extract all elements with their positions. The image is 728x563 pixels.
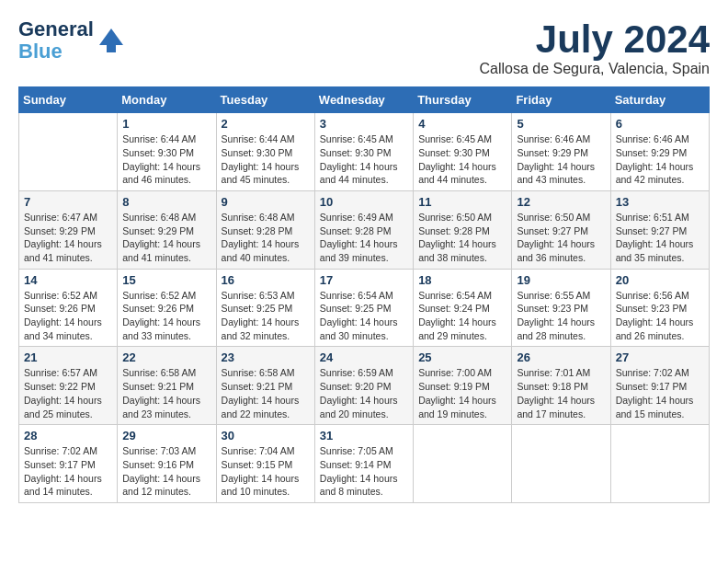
day-info: Sunrise: 6:54 AM Sunset: 9:25 PM Dayligh… — [320, 289, 408, 343]
day-number: 3 — [320, 117, 408, 131]
day-number: 15 — [122, 273, 210, 287]
calendar-cell: 6Sunrise: 6:46 AM Sunset: 9:29 PM Daylig… — [610, 113, 709, 191]
day-info: Sunrise: 6:48 AM Sunset: 9:29 PM Dayligh… — [122, 211, 210, 265]
day-number: 27 — [616, 350, 704, 364]
day-info: Sunrise: 6:44 AM Sunset: 9:30 PM Dayligh… — [122, 132, 210, 187]
day-number: 29 — [122, 429, 210, 442]
calendar-cell: 20Sunrise: 6:56 AM Sunset: 9:23 PM Dayli… — [610, 269, 709, 347]
day-info: Sunrise: 7:00 AM Sunset: 9:19 PM Dayligh… — [418, 366, 506, 420]
day-number: 1 — [122, 117, 210, 131]
day-number: 18 — [418, 273, 506, 287]
day-number: 19 — [517, 273, 605, 287]
day-number: 8 — [122, 195, 210, 209]
calendar-row: 7Sunrise: 6:47 AM Sunset: 9:29 PM Daylig… — [19, 190, 710, 269]
day-info: Sunrise: 6:51 AM Sunset: 9:27 PM Dayligh… — [616, 211, 704, 265]
calendar-row: 21Sunrise: 6:57 AM Sunset: 9:22 PM Dayli… — [19, 347, 710, 425]
calendar-cell: 16Sunrise: 6:53 AM Sunset: 9:25 PM Dayli… — [216, 269, 314, 347]
calendar-cell: 15Sunrise: 6:52 AM Sunset: 9:26 PM Dayli… — [118, 269, 216, 347]
day-info: Sunrise: 6:52 AM Sunset: 9:26 PM Dayligh… — [24, 289, 112, 343]
day-number: 9 — [222, 195, 310, 209]
day-info: Sunrise: 6:47 AM Sunset: 9:29 PM Dayligh… — [24, 211, 112, 265]
calendar-cell: 28Sunrise: 7:02 AM Sunset: 9:17 PM Dayli… — [19, 425, 118, 503]
weekday-header: SundayMondayTuesdayWednesdayThursdayFrid… — [19, 87, 710, 113]
day-info: Sunrise: 7:01 AM Sunset: 9:18 PM Dayligh… — [517, 366, 605, 420]
weekday-header-cell: Thursday — [414, 87, 512, 113]
calendar-cell: 13Sunrise: 6:51 AM Sunset: 9:27 PM Dayli… — [610, 190, 709, 269]
day-number: 5 — [517, 117, 605, 131]
calendar-cell: 4Sunrise: 6:45 AM Sunset: 9:30 PM Daylig… — [414, 113, 512, 191]
calendar-cell: 24Sunrise: 6:59 AM Sunset: 9:20 PM Dayli… — [314, 347, 413, 425]
day-number: 4 — [418, 117, 506, 131]
day-number: 10 — [320, 195, 408, 209]
calendar-cell: 18Sunrise: 6:54 AM Sunset: 9:24 PM Dayli… — [414, 269, 512, 347]
calendar-cell — [610, 425, 709, 503]
calendar-cell: 9Sunrise: 6:48 AM Sunset: 9:28 PM Daylig… — [216, 190, 314, 269]
weekday-header-cell: Friday — [512, 87, 610, 113]
calendar-cell: 1Sunrise: 6:44 AM Sunset: 9:30 PM Daylig… — [118, 113, 216, 191]
calendar-cell: 29Sunrise: 7:03 AM Sunset: 9:16 PM Dayli… — [118, 425, 216, 503]
day-number: 6 — [616, 117, 704, 131]
day-number: 11 — [418, 195, 506, 209]
day-number: 31 — [320, 429, 408, 442]
day-number: 2 — [222, 117, 310, 131]
calendar-row: 1Sunrise: 6:44 AM Sunset: 9:30 PM Daylig… — [19, 113, 710, 191]
calendar-cell: 23Sunrise: 6:58 AM Sunset: 9:21 PM Dayli… — [216, 347, 314, 425]
calendar-cell: 19Sunrise: 6:55 AM Sunset: 9:23 PM Dayli… — [512, 269, 610, 347]
day-info: Sunrise: 6:45 AM Sunset: 9:30 PM Dayligh… — [418, 132, 506, 187]
calendar-body: 1Sunrise: 6:44 AM Sunset: 9:30 PM Daylig… — [19, 113, 710, 503]
day-info: Sunrise: 6:59 AM Sunset: 9:20 PM Dayligh… — [320, 366, 408, 420]
day-number: 25 — [418, 350, 506, 364]
svg-marker-0 — [99, 29, 123, 45]
day-info: Sunrise: 6:58 AM Sunset: 9:21 PM Dayligh… — [122, 366, 210, 420]
calendar-cell: 11Sunrise: 6:50 AM Sunset: 9:28 PM Dayli… — [414, 190, 512, 269]
day-info: Sunrise: 6:56 AM Sunset: 9:23 PM Dayligh… — [616, 289, 704, 343]
logo-icon — [97, 27, 125, 54]
day-info: Sunrise: 7:04 AM Sunset: 9:15 PM Dayligh… — [222, 444, 310, 499]
day-number: 28 — [24, 429, 112, 442]
day-info: Sunrise: 7:05 AM Sunset: 9:14 PM Dayligh… — [320, 444, 408, 499]
calendar-cell: 8Sunrise: 6:48 AM Sunset: 9:29 PM Daylig… — [118, 190, 216, 269]
day-info: Sunrise: 6:46 AM Sunset: 9:29 PM Dayligh… — [616, 132, 704, 187]
day-info: Sunrise: 6:55 AM Sunset: 9:23 PM Dayligh… — [517, 289, 605, 343]
day-info: Sunrise: 6:57 AM Sunset: 9:22 PM Dayligh… — [24, 366, 112, 420]
title-area: July 2024 Callosa de Segura, Valencia, S… — [479, 18, 710, 77]
logo: GeneralBlue — [18, 18, 125, 63]
day-info: Sunrise: 7:02 AM Sunset: 9:17 PM Dayligh… — [24, 444, 112, 499]
calendar-cell: 10Sunrise: 6:49 AM Sunset: 9:28 PM Dayli… — [314, 190, 413, 269]
month-title: July 2024 — [479, 18, 710, 61]
calendar-table: SundayMondayTuesdayWednesdayThursdayFrid… — [18, 86, 710, 503]
day-number: 21 — [24, 350, 112, 364]
day-number: 13 — [616, 195, 704, 209]
day-number: 23 — [222, 350, 310, 364]
day-info: Sunrise: 6:52 AM Sunset: 9:26 PM Dayligh… — [122, 289, 210, 343]
svg-rect-1 — [107, 45, 116, 52]
day-number: 17 — [320, 273, 408, 287]
weekday-header-cell: Wednesday — [314, 87, 413, 113]
calendar-cell: 7Sunrise: 6:47 AM Sunset: 9:29 PM Daylig… — [19, 190, 118, 269]
calendar-cell: 3Sunrise: 6:45 AM Sunset: 9:30 PM Daylig… — [314, 113, 413, 191]
calendar-cell: 27Sunrise: 7:02 AM Sunset: 9:17 PM Dayli… — [610, 347, 709, 425]
calendar-cell: 25Sunrise: 7:00 AM Sunset: 9:19 PM Dayli… — [414, 347, 512, 425]
day-info: Sunrise: 6:49 AM Sunset: 9:28 PM Dayligh… — [320, 211, 408, 265]
day-number: 14 — [24, 273, 112, 287]
calendar-cell: 12Sunrise: 6:50 AM Sunset: 9:27 PM Dayli… — [512, 190, 610, 269]
calendar-cell: 30Sunrise: 7:04 AM Sunset: 9:15 PM Dayli… — [216, 425, 314, 503]
calendar-cell: 17Sunrise: 6:54 AM Sunset: 9:25 PM Dayli… — [314, 269, 413, 347]
day-info: Sunrise: 6:45 AM Sunset: 9:30 PM Dayligh… — [320, 132, 408, 187]
header: GeneralBlue July 2024 Callosa de Segura,… — [18, 18, 710, 77]
day-info: Sunrise: 6:44 AM Sunset: 9:30 PM Dayligh… — [222, 132, 310, 187]
weekday-header-cell: Sunday — [19, 87, 118, 113]
day-info: Sunrise: 6:58 AM Sunset: 9:21 PM Dayligh… — [222, 366, 310, 420]
calendar-cell — [512, 425, 610, 503]
weekday-header-cell: Tuesday — [216, 87, 314, 113]
day-info: Sunrise: 6:48 AM Sunset: 9:28 PM Dayligh… — [222, 211, 310, 265]
logo-text: GeneralBlue — [18, 18, 94, 63]
day-info: Sunrise: 6:46 AM Sunset: 9:29 PM Dayligh… — [517, 132, 605, 187]
calendar-row: 28Sunrise: 7:02 AM Sunset: 9:17 PM Dayli… — [19, 425, 710, 503]
day-number: 7 — [24, 195, 112, 209]
calendar-row: 14Sunrise: 6:52 AM Sunset: 9:26 PM Dayli… — [19, 269, 710, 347]
location-title: Callosa de Segura, Valencia, Spain — [479, 61, 710, 77]
calendar-cell: 26Sunrise: 7:01 AM Sunset: 9:18 PM Dayli… — [512, 347, 610, 425]
day-info: Sunrise: 6:50 AM Sunset: 9:28 PM Dayligh… — [418, 211, 506, 265]
calendar-cell: 14Sunrise: 6:52 AM Sunset: 9:26 PM Dayli… — [19, 269, 118, 347]
